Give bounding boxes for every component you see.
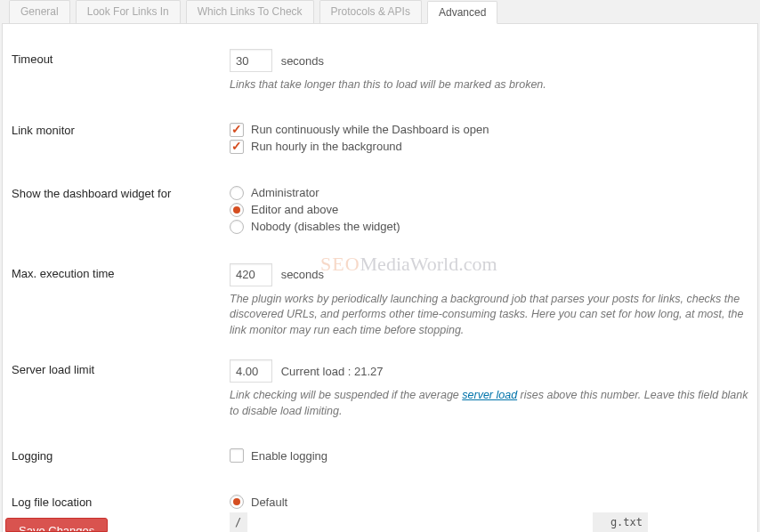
tab-which-links[interactable]: Which Links To Check — [186, 0, 314, 23]
timeout-input[interactable] — [230, 49, 272, 72]
check-run-continuously-text: Run continuously while the Dashboard is … — [251, 123, 489, 136]
check-enable-logging-text: Enable logging — [251, 449, 327, 463]
check-run-hourly-text: Run hourly in the background — [251, 140, 402, 153]
current-load-text: Current load : 21.27 — [281, 365, 384, 378]
timeout-desc: Links that take longer than this to load… — [230, 77, 750, 93]
radio-administrator[interactable] — [230, 186, 244, 200]
timeout-label: Timeout — [12, 49, 230, 66]
dashboard-widget-label: Show the dashboard widget for — [12, 183, 230, 200]
logging-label: Logging — [12, 446, 230, 463]
radio-administrator-text: Administrator — [251, 186, 319, 199]
max-exec-desc: The plugin works by periodically launchi… — [230, 292, 750, 339]
server-load-link[interactable]: server load — [462, 389, 517, 401]
max-exec-unit: seconds — [281, 268, 324, 281]
max-exec-input[interactable] — [230, 263, 272, 286]
tab-general[interactable]: General — [9, 0, 70, 23]
check-run-continuously[interactable] — [230, 123, 244, 137]
radio-editor-and-above[interactable] — [230, 203, 244, 217]
advanced-panel: Timeout seconds Links that take longer t… — [2, 23, 758, 532]
server-load-input[interactable] — [230, 359, 272, 383]
check-run-hourly[interactable] — [230, 140, 244, 154]
tab-protocols-apis[interactable]: Protocols & APIs — [319, 0, 422, 23]
radio-nobody[interactable] — [230, 220, 244, 234]
save-changes-button[interactable]: Save Changes — [5, 518, 108, 532]
logfile-label: Log file location — [12, 492, 230, 509]
max-exec-label: Max. execution time — [12, 263, 230, 280]
tab-advanced[interactable]: Advanced — [427, 1, 497, 24]
radio-logfile-default[interactable] — [230, 495, 244, 509]
server-load-desc: Link checking will be suspended if the a… — [230, 388, 750, 419]
link-monitor-label: Link monitor — [12, 120, 230, 137]
radio-logfile-default-text: Default — [251, 496, 287, 509]
radio-editor-text: Editor and above — [251, 203, 338, 216]
logfile-path: / g.txt — [230, 512, 648, 532]
check-enable-logging[interactable] — [230, 448, 244, 463]
radio-nobody-text: Nobody (disables the widget) — [251, 220, 400, 233]
server-load-label: Server load limit — [12, 359, 230, 376]
tab-look-for-links[interactable]: Look For Links In — [76, 0, 181, 23]
tabs-nav: General Look For Links In Which Links To… — [0, 0, 760, 23]
timeout-unit: seconds — [281, 54, 324, 68]
